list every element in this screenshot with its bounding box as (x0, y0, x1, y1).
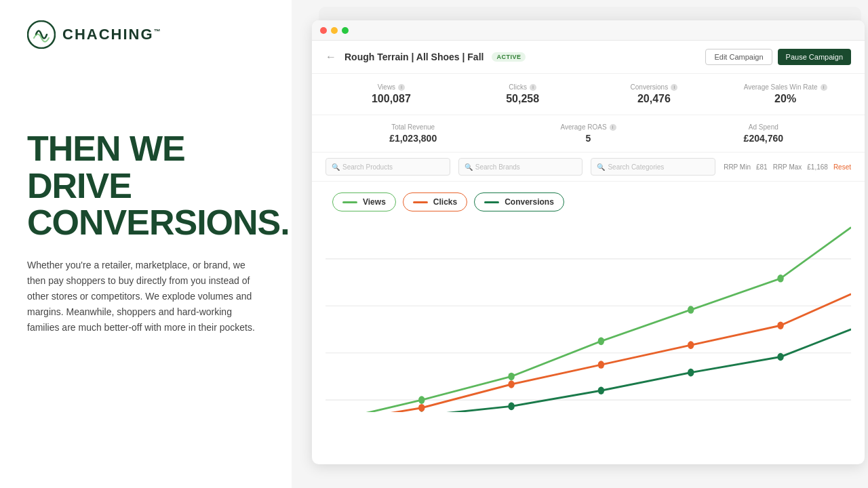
chart-legend: Views Clicks Conversions (326, 192, 851, 211)
svg-point-13 (508, 380, 514, 388)
clicks-info-icon[interactable]: i (530, 84, 536, 91)
range-controls: RRP Min £81 RRP Max £1,168 Reset (724, 163, 851, 171)
search-categories-placeholder: Search Categories (608, 163, 664, 171)
revenue-total-value: £1,023,800 (326, 133, 500, 144)
svg-point-9 (688, 306, 694, 314)
revenue-adspend-label: Ad Spend (676, 123, 851, 131)
stat-views-value: 100,087 (326, 93, 457, 105)
views-info-icon[interactable]: i (398, 84, 405, 91)
legend-conversions-label: Conversions (505, 197, 554, 207)
legend-clicks-line (413, 201, 428, 203)
search-brands-icon: 🔍 (465, 163, 473, 171)
stat-win-rate-label: Average Sales Win Rate i (719, 83, 851, 91)
roas-info-icon[interactable]: i (610, 124, 616, 131)
traffic-light-red[interactable] (320, 27, 327, 34)
search-products-icon: 🔍 (332, 163, 340, 171)
revenue-adspend: Ad Spend £204,760 (676, 123, 851, 144)
stat-conversions: Conversions i 20,476 (589, 83, 720, 105)
revenue-row: Total Revenue £1,023,800 Average ROAS i … (312, 115, 865, 152)
legend-clicks-label: Clicks (433, 197, 457, 207)
stats-row: Views i 100,087 Clicks i 50,258 Conversi… (312, 74, 865, 115)
search-products-placeholder: Search Products (342, 163, 393, 171)
svg-point-16 (777, 321, 783, 329)
legend-clicks-button[interactable]: Clicks (403, 192, 467, 211)
back-arrow[interactable]: ← (326, 51, 336, 63)
legend-views-label: Views (363, 197, 386, 207)
right-panel: ← Rough Terrain | All Shoes | Fall ACTIV… (292, 0, 868, 488)
conversions-info-icon[interactable]: i (671, 84, 677, 91)
revenue-roas-value: 5 (500, 133, 675, 144)
logo-area: CHACHING™ (27, 20, 264, 49)
search-row: 🔍 Search Products 🔍 Search Brands 🔍 Sear… (312, 152, 865, 182)
dashboard-window: ← Rough Terrain | All Shoes | Fall ACTIV… (312, 20, 865, 464)
logo-text: CHACHING™ (62, 26, 162, 43)
svg-point-6 (418, 396, 425, 404)
rrp-max-label: RRP Max (773, 163, 802, 171)
stat-views-label: Views i (326, 83, 457, 91)
traffic-light-green[interactable] (342, 27, 349, 34)
header-actions: Edit Campaign Pause Campaign (705, 49, 851, 65)
legend-views-button[interactable]: Views (332, 192, 396, 211)
svg-point-10 (777, 274, 783, 283)
body-text: Whether you're a retailer, marketplace, … (27, 258, 264, 336)
svg-point-21 (688, 369, 694, 377)
svg-point-18 (418, 412, 425, 413)
search-categories-input[interactable]: 🔍 Search Categories (591, 158, 715, 176)
reset-button[interactable]: Reset (833, 163, 851, 171)
svg-point-15 (688, 341, 694, 349)
pause-campaign-button[interactable]: Pause Campaign (778, 49, 851, 65)
campaign-header: ← Rough Terrain | All Shoes | Fall ACTIV… (312, 41, 865, 74)
search-brands-placeholder: Search Brands (475, 163, 520, 171)
svg-point-8 (598, 338, 604, 346)
stat-views: Views i 100,087 (326, 83, 457, 105)
stat-win-rate-value: 20% (719, 93, 851, 105)
search-brands-input[interactable]: 🔍 Search Brands (458, 158, 583, 176)
chart-svg (326, 220, 851, 412)
legend-conversions-line (484, 201, 499, 203)
edit-campaign-button[interactable]: Edit Campaign (705, 49, 772, 65)
win-rate-info-icon[interactable]: i (821, 84, 827, 91)
stat-clicks-value: 50,258 (457, 93, 589, 105)
headline: THEN WE DRIVE CONVERSIONS. (27, 130, 264, 241)
rrp-min-label: RRP Min (724, 163, 751, 171)
rrp-max-value: £1,168 (807, 163, 828, 171)
active-badge: ACTIVE (492, 52, 526, 62)
revenue-roas: Average ROAS i 5 (500, 123, 675, 144)
stat-clicks-label: Clicks i (457, 83, 589, 91)
stat-conversions-label: Conversions i (589, 83, 720, 91)
search-products-input[interactable]: 🔍 Search Products (326, 158, 450, 176)
rrp-min-value: £81 (756, 163, 768, 171)
svg-point-20 (598, 386, 604, 394)
svg-point-14 (598, 361, 604, 369)
legend-views-line (342, 201, 357, 203)
stat-clicks: Clicks i 50,258 (457, 83, 589, 105)
logo-icon (27, 20, 56, 49)
left-panel: CHACHING™ THEN WE DRIVE CONVERSIONS. Whe… (0, 0, 292, 488)
revenue-total-label: Total Revenue (326, 123, 500, 131)
svg-point-19 (508, 403, 514, 411)
traffic-light-yellow[interactable] (331, 27, 338, 34)
search-categories-icon: 🔍 (597, 163, 605, 171)
revenue-roas-label: Average ROAS i (500, 123, 675, 131)
chart-container: Views Clicks Conversions (312, 182, 865, 412)
svg-point-22 (777, 353, 783, 361)
svg-point-7 (508, 373, 514, 381)
stat-win-rate: Average Sales Win Rate i 20% (719, 83, 851, 105)
stat-conversions-value: 20,476 (589, 93, 720, 105)
legend-conversions-button[interactable]: Conversions (474, 192, 564, 211)
revenue-total: Total Revenue £1,023,800 (326, 123, 500, 144)
svg-point-12 (418, 404, 425, 412)
revenue-adspend-value: £204,760 (676, 133, 851, 144)
title-bar (312, 20, 865, 41)
campaign-title: Rough Terrain | All Shoes | Fall (344, 52, 484, 62)
